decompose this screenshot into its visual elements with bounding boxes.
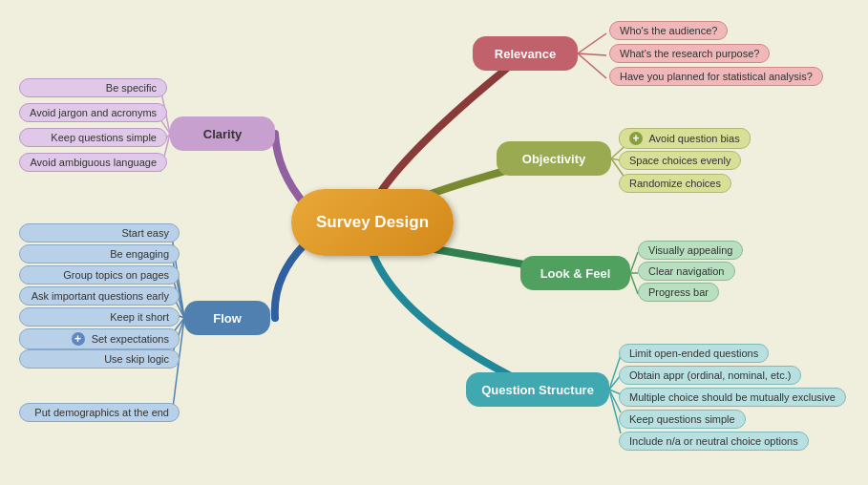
- flow-label: Flow: [213, 311, 242, 326]
- leaf-qs-3: Multiple choice should be mutually exclu…: [619, 388, 846, 407]
- leaf-flow-5: Keep it short: [19, 307, 180, 327]
- svg-line-1: [578, 53, 606, 55]
- leaf-qs-4: Keep questions simple: [619, 410, 746, 429]
- svg-line-18: [630, 252, 638, 273]
- leaf-objectivity-3: Randomize choices: [619, 174, 731, 193]
- leaf-flow-4: Ask important questions early: [19, 286, 180, 306]
- svg-line-2: [578, 53, 606, 78]
- relevance-label: Relevance: [495, 47, 556, 61]
- leaf-qs-2: Obtain appr (ordinal, nominal, etc.): [619, 366, 801, 385]
- leaf-relevance-2: What's the research purpose?: [609, 44, 770, 63]
- leaf-flow-8: Put demographics at the end: [19, 403, 180, 422]
- plus-objectivity: +: [629, 132, 643, 145]
- branch-lookfeel: Look & Feel: [520, 256, 630, 290]
- leaf-objectivity-2: Space choices evenly: [619, 151, 741, 170]
- branch-clarity: Clarity: [170, 116, 275, 151]
- center-node: Survey Design: [291, 189, 454, 256]
- center-label: Survey Design: [316, 213, 429, 232]
- leaf-clarity-3: Keep questions simple: [19, 128, 167, 147]
- leaf-relevance-3: Have you planned for statistical analysi…: [609, 67, 823, 86]
- leaf-qs-1: Limit open-ended questions: [619, 344, 769, 363]
- branch-objectivity: Objectivity: [497, 141, 611, 176]
- leaf-flow-2: Be engaging: [19, 244, 180, 264]
- leaf-clarity-2: Avoid jargon and acronyms: [19, 103, 167, 122]
- leaf-lookfeel-3: Progress bar: [638, 283, 719, 302]
- leaf-flow-3: Group topics on pages: [19, 265, 180, 285]
- leaf-lookfeel-1: Visually appealing: [638, 241, 743, 260]
- branch-relevance: Relevance: [473, 36, 578, 71]
- questionstructure-label: Question Structure: [481, 383, 594, 397]
- svg-line-0: [578, 33, 606, 53]
- leaf-qs-5: Include n/a or neutral choice options: [619, 432, 809, 451]
- plus-flow: +: [72, 332, 85, 346]
- branch-flow: Flow: [184, 301, 270, 335]
- leaf-flow-7: Use skip logic: [19, 349, 180, 369]
- leaf-lookfeel-2: Clear navigation: [638, 262, 735, 281]
- leaf-flow-1: Start easy: [19, 223, 180, 242]
- lookfeel-label: Look & Feel: [540, 266, 611, 281]
- leaf-clarity-4: Avoid ambiguous language: [19, 153, 167, 172]
- leaf-flow-6: + Set expectations: [19, 328, 180, 349]
- clarity-label: Clarity: [203, 127, 242, 141]
- objectivity-label: Objectivity: [522, 152, 585, 166]
- svg-line-20: [630, 273, 638, 294]
- leaf-objectivity-1: + Avoid question bias: [619, 128, 751, 149]
- leaf-relevance-1: Who's the audience?: [609, 21, 728, 40]
- leaf-clarity-1: Be specific: [19, 78, 167, 97]
- branch-questionstructure: Question Structure: [466, 372, 609, 407]
